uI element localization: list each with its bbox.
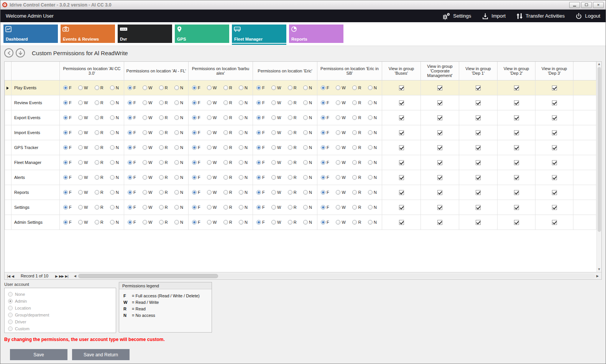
account-type-option-custom[interactable]: Custom: [8, 325, 112, 332]
group-checkbox[interactable]: [552, 175, 557, 180]
radio-option-n[interactable]: N: [368, 190, 377, 195]
radio-option-n[interactable]: N: [368, 115, 377, 120]
radio-option-n[interactable]: N: [174, 130, 183, 135]
radio-option-w[interactable]: W: [143, 85, 152, 90]
group-checkbox[interactable]: [399, 220, 404, 225]
group-checkbox[interactable]: [552, 220, 557, 225]
group-checkbox[interactable]: [514, 145, 519, 150]
group-checkbox[interactable]: [476, 190, 481, 195]
radio-option-f[interactable]: F: [321, 130, 329, 135]
nav-last-button[interactable]: ▶|: [64, 274, 69, 278]
group-checkbox[interactable]: [552, 190, 557, 195]
radio-option-w[interactable]: W: [271, 130, 281, 135]
radio-option-r[interactable]: R: [223, 130, 232, 135]
radio-option-w[interactable]: W: [78, 190, 88, 195]
group-checkbox[interactable]: [514, 100, 519, 105]
radio-option-w[interactable]: W: [336, 205, 345, 210]
radio-option-w[interactable]: W: [78, 160, 88, 165]
radio-option-f[interactable]: F: [63, 115, 72, 120]
radio-option-r[interactable]: R: [159, 175, 168, 180]
group-checkbox[interactable]: [514, 130, 519, 135]
radio-option-r[interactable]: R: [95, 220, 103, 225]
radio-option-w[interactable]: W: [78, 205, 88, 210]
radio-option-f[interactable]: F: [321, 160, 329, 165]
group-checkbox[interactable]: [552, 130, 557, 135]
radio-option-r[interactable]: R: [159, 130, 168, 135]
radio-option-r[interactable]: R: [95, 100, 103, 105]
radio-option-n[interactable]: N: [110, 160, 119, 165]
group-column-header[interactable]: View in group 'Dep 2': [498, 62, 535, 80]
radio-option-n[interactable]: N: [110, 175, 119, 180]
radio-option-f[interactable]: F: [192, 205, 200, 210]
group-checkbox[interactable]: [552, 160, 557, 165]
radio-option-w[interactable]: W: [271, 115, 281, 120]
tab-dvr[interactable]: Dvr: [118, 25, 172, 43]
nav-next-button[interactable]: ▶: [54, 274, 58, 278]
radio-option-f[interactable]: F: [321, 220, 329, 225]
radio-option-r[interactable]: R: [352, 205, 361, 210]
radio-option-n[interactable]: N: [303, 175, 312, 180]
vertical-scrollbar[interactable]: ▲ ▼: [596, 62, 601, 272]
group-checkbox[interactable]: [476, 145, 481, 150]
radio-option-n[interactable]: N: [303, 145, 312, 150]
header-action-import[interactable]: Import: [482, 13, 506, 20]
radio-option-f[interactable]: F: [192, 100, 200, 105]
radio-option-f[interactable]: F: [63, 160, 72, 165]
radio-option-r[interactable]: R: [288, 205, 297, 210]
radio-option-f[interactable]: F: [63, 145, 72, 150]
radio-option-r[interactable]: R: [288, 160, 297, 165]
group-checkbox[interactable]: [399, 130, 404, 135]
radio-option-r[interactable]: R: [95, 145, 103, 150]
radio-option-f[interactable]: F: [128, 145, 136, 150]
radio-option-w[interactable]: W: [271, 100, 281, 105]
nav-previous-button[interactable]: ◀: [11, 274, 15, 278]
radio-option-r[interactable]: R: [288, 190, 297, 195]
radio-option-r[interactable]: R: [95, 130, 103, 135]
horizontal-scroll-track[interactable]: [77, 274, 595, 279]
radio-option-n[interactable]: N: [239, 115, 248, 120]
radio-option-r[interactable]: R: [352, 145, 361, 150]
radio-option-n[interactable]: N: [368, 220, 377, 225]
group-checkbox[interactable]: [552, 145, 557, 150]
scroll-up-icon[interactable]: ▲: [598, 62, 600, 67]
group-checkbox[interactable]: [476, 100, 481, 105]
header-action-transfer-activities[interactable]: Transfer Activities: [516, 13, 565, 20]
radio-option-f[interactable]: F: [321, 145, 329, 150]
minimize-button[interactable]: [569, 2, 580, 8]
radio-option-r[interactable]: R: [352, 220, 361, 225]
radio-option-r[interactable]: R: [95, 85, 103, 90]
radio-option-w[interactable]: W: [143, 145, 152, 150]
radio-option-w[interactable]: W: [78, 100, 88, 105]
group-checkbox[interactable]: [437, 115, 442, 120]
group-checkbox[interactable]: [437, 130, 442, 135]
group-checkbox[interactable]: [437, 175, 442, 180]
radio-option-f[interactable]: F: [256, 115, 265, 120]
radio-option-r[interactable]: R: [288, 100, 297, 105]
radio-option-n[interactable]: N: [110, 205, 119, 210]
group-checkbox[interactable]: [399, 205, 404, 210]
scroll-left-icon[interactable]: ◀: [73, 274, 77, 278]
location-column-header[interactable]: Permissions on location 'barbu alex': [189, 62, 253, 80]
radio-option-f[interactable]: F: [256, 220, 265, 225]
radio-option-n[interactable]: N: [110, 130, 119, 135]
radio-option-w[interactable]: W: [336, 130, 345, 135]
radio-option-f[interactable]: F: [192, 130, 200, 135]
radio-option-f[interactable]: F: [256, 130, 265, 135]
radio-option-w[interactable]: W: [143, 175, 152, 180]
account-type-option-none[interactable]: None: [8, 291, 112, 298]
radio-option-n[interactable]: N: [239, 190, 248, 195]
radio-option-w[interactable]: W: [78, 220, 88, 225]
radio-option-n[interactable]: N: [174, 220, 183, 225]
grid-row-reports[interactable]: ReportsFWRNFWRNFWRNFWRNFWRN: [5, 185, 596, 200]
radio-option-w[interactable]: W: [143, 100, 152, 105]
radio-option-w[interactable]: W: [78, 145, 88, 150]
radio-option-r[interactable]: R: [159, 100, 168, 105]
group-checkbox[interactable]: [514, 175, 519, 180]
radio-option-f[interactable]: F: [256, 160, 265, 165]
radio-option-r[interactable]: R: [159, 145, 168, 150]
account-type-option-driver[interactable]: Driver: [8, 318, 112, 325]
grid-row-import-events[interactable]: Import EventsFWRNFWRNFWRNFWRNFWRN: [5, 125, 596, 140]
radio-option-f[interactable]: F: [63, 220, 72, 225]
radio-option-f[interactable]: F: [63, 190, 72, 195]
header-action-settings[interactable]: Settings: [442, 12, 471, 20]
